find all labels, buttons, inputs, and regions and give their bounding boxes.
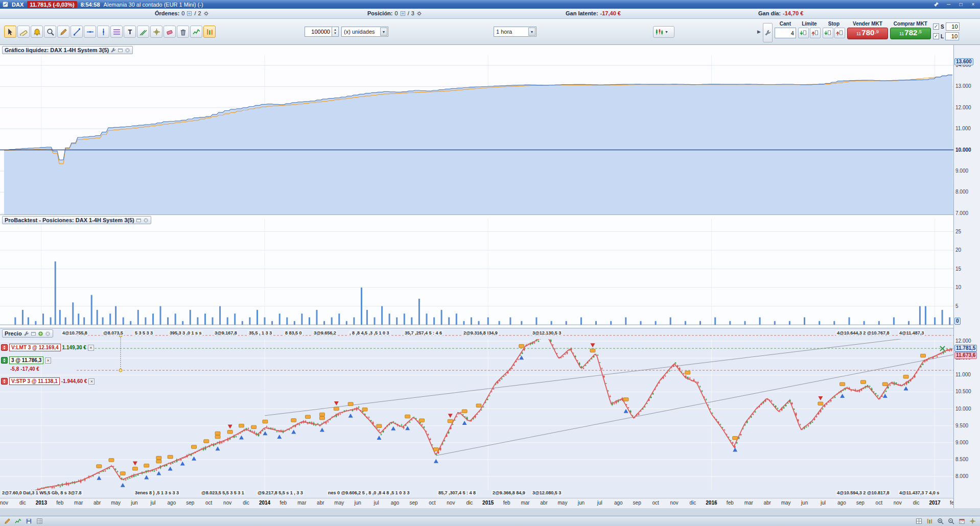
close-icon[interactable] <box>125 47 130 53</box>
price-panel[interactable]: Precio 4@10.755,8@8.073,55 3 5 3 3395,3 … <box>0 328 953 498</box>
close-icon[interactable] <box>143 218 149 223</box>
limit-sell-button[interactable] <box>810 28 821 38</box>
positions-chart[interactable] <box>0 215 953 328</box>
add-icon[interactable] <box>38 331 43 337</box>
limit-order-row[interactable]: V:LMT 3 @ 12.169,4 1.149,30 € × <box>1 344 94 351</box>
close-icon[interactable] <box>45 331 51 337</box>
orders-gear-icon[interactable] <box>203 10 209 16</box>
orders-list-icon[interactable] <box>186 10 192 16</box>
equity-panel[interactable]: Gráfico liquidez: DAX 1-4H System 3(5) <box>0 45 953 215</box>
month-label: nov <box>890 500 905 506</box>
segment-icon[interactable] <box>71 26 83 38</box>
bar-mode-icon[interactable] <box>924 517 935 525</box>
stop-label: Stop <box>828 21 839 27</box>
instrument-symbol[interactable]: DAX <box>12 2 24 8</box>
limit-order-label[interactable]: V:LMT 3 @ 12.169,4 <box>9 344 61 351</box>
timeframe-select[interactable]: 1 hora▼ <box>494 27 536 37</box>
position-gear-icon[interactable] <box>416 10 422 16</box>
pencil-icon[interactable] <box>57 26 69 38</box>
channel-icon[interactable] <box>137 26 149 38</box>
trade-annotation: 4@10.594,3 2 @10.817,8 <box>836 490 891 495</box>
stop-order-row[interactable]: V:STP 3 @ 11.138,1 -1.944,60 € × <box>1 377 95 385</box>
window-icon[interactable] <box>31 331 36 337</box>
limit-checkbox[interactable]: ✓ <box>933 33 939 39</box>
month-label: mar <box>71 500 86 506</box>
vline-icon[interactable] <box>97 26 109 38</box>
ruler-icon[interactable] <box>17 26 30 38</box>
cant-input[interactable] <box>775 28 796 38</box>
pin-icon[interactable] <box>932 1 941 8</box>
units-select[interactable]: (x) unidades▼ <box>341 27 388 37</box>
y-axis-label: 8.000 <box>955 473 968 479</box>
price-axis-column[interactable]: 14.00013.00012.00011.00010.0009.0008.000… <box>953 45 980 508</box>
chart-style-button[interactable]: ▼ <box>653 26 674 38</box>
crosshair-icon[interactable] <box>967 517 978 525</box>
y-axis-label: 15 <box>955 266 961 272</box>
text-icon[interactable]: T <box>124 26 136 38</box>
maximize-button[interactable]: □ <box>956 1 965 8</box>
s-value-input[interactable] <box>946 22 960 31</box>
order-transfer-icon[interactable] <box>1 344 8 351</box>
window-icon[interactable] <box>136 218 142 223</box>
quantity-input[interactable] <box>305 27 332 37</box>
order-handle[interactable] <box>119 369 122 372</box>
hline-icon[interactable] <box>84 26 96 38</box>
save-icon[interactable] <box>24 517 34 525</box>
calendar-icon[interactable] <box>956 517 967 525</box>
position-list-icon[interactable] <box>400 10 406 16</box>
cancel-stop-icon[interactable]: × <box>88 378 95 385</box>
cancel-limit-icon[interactable]: × <box>88 345 94 351</box>
zoom-out-icon[interactable] <box>946 517 956 525</box>
layout-icon[interactable] <box>914 517 924 525</box>
month-label: ago <box>387 500 403 506</box>
window-icon[interactable] <box>118 47 123 53</box>
month-label: jun <box>573 500 589 506</box>
bar-mode-icon[interactable] <box>203 26 216 38</box>
price-chart[interactable] <box>0 328 953 498</box>
stop-buy-button[interactable] <box>823 28 833 38</box>
grid-icon[interactable] <box>34 517 45 525</box>
collapse-arrow-icon[interactable]: ▶ <box>757 29 761 34</box>
line-mode-icon[interactable] <box>190 26 202 38</box>
order-transfer-icon[interactable] <box>1 378 8 385</box>
sell-mkt-button[interactable]: 11780,9 <box>847 28 888 39</box>
orders-summary: Órdenes: 0 / 2 <box>155 10 209 16</box>
time-axis[interactable]: novdic2013febmarabrmayjunjulagosepoctnov… <box>0 498 953 508</box>
equity-panel-tab[interactable]: Gráfico liquidez: DAX 1-4H System 3(5) <box>2 46 133 54</box>
position-transfer-icon[interactable] <box>1 357 8 364</box>
buy-mkt-button[interactable]: 11782,5 <box>890 28 931 39</box>
svg-text:T: T <box>128 28 132 36</box>
fib-icon[interactable] <box>110 26 123 38</box>
stop-sell-button[interactable] <box>834 28 845 38</box>
wrench-icon[interactable] <box>24 331 29 337</box>
wrench-icon[interactable] <box>110 47 116 53</box>
chevron-down-icon: ▼ <box>528 28 535 36</box>
order-settings-button[interactable] <box>763 23 773 42</box>
latent-gain-value: -17,40 € <box>600 10 621 16</box>
line-mode-icon[interactable] <box>13 517 24 525</box>
zoom-icon[interactable] <box>44 26 56 38</box>
crosshair-icon[interactable] <box>150 26 162 38</box>
eraser-icon[interactable] <box>164 26 176 38</box>
trash-icon[interactable] <box>177 26 189 38</box>
bell-icon[interactable] <box>31 26 43 38</box>
price-panel-tab[interactable]: Precio <box>2 329 53 338</box>
open-position-row[interactable]: 3 @ 11.786,3 × <box>1 356 51 364</box>
positions-panel[interactable]: ProBacktest - Posiciones: DAX 1-4H Syste… <box>0 215 953 328</box>
open-position-label[interactable]: 3 @ 11.786,3 <box>9 356 43 364</box>
instrument-chart-icon <box>3 2 8 7</box>
month-label: oct <box>201 500 217 506</box>
limit-buy-button[interactable] <box>798 28 809 38</box>
stop-order-label[interactable]: V:STP 3 @ 11.138,1 <box>9 377 60 385</box>
close-position-icon[interactable]: × <box>45 357 51 364</box>
equity-chart[interactable] <box>0 45 953 215</box>
l-value-input[interactable] <box>945 32 959 40</box>
minimize-button[interactable]: ─ <box>944 1 953 8</box>
zoom-in-icon[interactable] <box>935 517 946 525</box>
quantity-stepper[interactable]: ▲▼ <box>332 27 339 37</box>
close-button[interactable]: × <box>969 1 977 8</box>
stop-checkbox[interactable]: ✓ <box>933 23 939 30</box>
pencil-icon[interactable] <box>2 517 13 525</box>
positions-panel-tab[interactable]: ProBacktest - Posiciones: DAX 1-4H Syste… <box>2 216 151 224</box>
cursor-icon[interactable] <box>4 26 16 38</box>
